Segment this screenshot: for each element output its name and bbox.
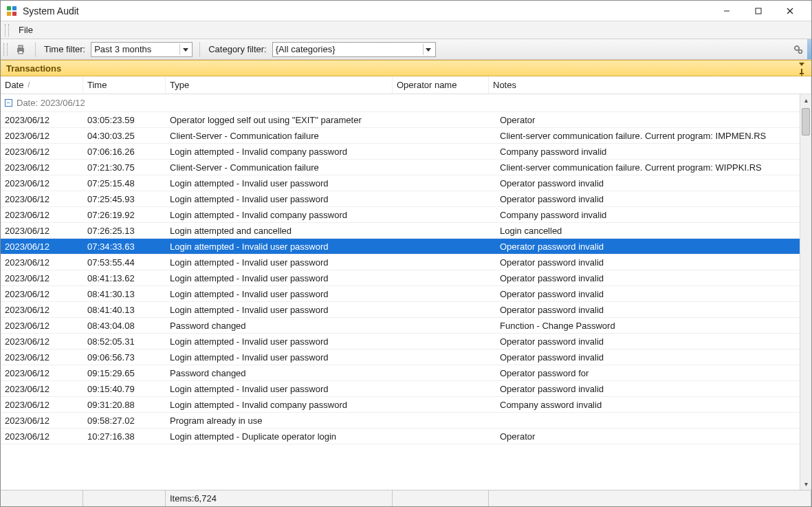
cell-time: 07:26:19.92: [83, 207, 166, 222]
collapse-icon[interactable]: −: [5, 99, 12, 107]
cell-type: Login attempted - Invalid user password: [166, 255, 393, 270]
table-row[interactable]: 2023/06/1207:25:15.48Login attempted - I…: [1, 175, 811, 191]
group-label: Date: 2023/06/12: [17, 98, 85, 108]
table-row[interactable]: 2023/06/1207:34:33.63Login attempted - I…: [1, 239, 811, 255]
scroll-up-icon[interactable]: ▴: [800, 94, 811, 106]
table-row[interactable]: 2023/06/1207:21:30.75Client-Server - Com…: [1, 160, 811, 175]
cell-date: 2023/06/12: [1, 112, 83, 127]
status-items: Items:6,724: [166, 490, 393, 506]
scroll-down-icon[interactable]: ▾: [800, 478, 811, 490]
app-window: System Audit File Time filter: Past 3 mo…: [0, 0, 812, 507]
panel-dropdown-icon[interactable]: [793, 60, 806, 68]
cell-op: [393, 286, 489, 301]
column-header-time[interactable]: Time: [83, 76, 166, 94]
cell-op: [393, 160, 489, 175]
time-filter-dropdown[interactable]: Past 3 months: [91, 42, 193, 57]
cell-notes: Operator password invalid: [489, 239, 811, 254]
cell-op: [393, 207, 489, 222]
category-filter-dropdown[interactable]: {All categories}: [272, 42, 436, 57]
table-row[interactable]: 2023/06/1209:06:56.73Login attempted - I…: [1, 349, 811, 365]
table-row[interactable]: 2023/06/1209:15:29.65Password changedOpe…: [1, 365, 811, 381]
cell-time: 07:06:16.26: [83, 144, 166, 159]
table-row[interactable]: 2023/06/1208:52:05.31Login attempted - I…: [1, 334, 811, 349]
cell-time: 07:25:45.93: [83, 191, 166, 206]
settings-button[interactable]: [791, 42, 806, 57]
cell-date: 2023/06/12: [1, 144, 83, 159]
print-button[interactable]: [13, 42, 28, 57]
cell-notes: Company assword invalid: [489, 397, 811, 412]
svg-rect-2: [7, 12, 11, 16]
cell-date: 2023/06/12: [1, 175, 83, 191]
table-row[interactable]: 2023/06/1209:58:27.02Program already in …: [1, 413, 811, 429]
cell-time: 07:53:55.44: [83, 255, 166, 270]
table-row[interactable]: 2023/06/1207:26:19.92Login attempted - I…: [1, 207, 811, 223]
column-header-date[interactable]: Date /: [1, 76, 83, 94]
minimize-button[interactable]: [711, 1, 743, 21]
cell-type: Login attempted - Invalid user password: [166, 175, 393, 191]
cell-notes: Operator: [489, 429, 811, 444]
cell-op: [393, 255, 489, 270]
svg-marker-11: [183, 48, 188, 52]
chevron-down-icon: [179, 44, 190, 55]
statusbar: Items:6,724: [1, 490, 811, 506]
svg-rect-10: [19, 51, 23, 54]
panel-pin-icon[interactable]: [793, 68, 806, 76]
table-row[interactable]: 2023/06/1207:25:45.93Login attempted - I…: [1, 191, 811, 207]
table-row[interactable]: 2023/06/1209:31:20.88Login attempted - I…: [1, 397, 811, 413]
vertical-scrollbar[interactable]: ▴ ▾: [800, 94, 811, 490]
toolbar-separator: [35, 42, 36, 57]
cell-time: 10:27:16.38: [83, 429, 166, 444]
cell-op: [393, 223, 489, 238]
scroll-thumb[interactable]: [802, 108, 810, 136]
table-row[interactable]: 2023/06/1208:43:04.08Password changedFun…: [1, 318, 811, 334]
cell-type: Operator logged self out using "EXIT" pa…: [166, 112, 393, 127]
chevron-down-icon: [423, 44, 434, 55]
svg-rect-5: [756, 8, 761, 14]
cell-notes: [489, 413, 811, 428]
table-row[interactable]: 2023/06/1207:53:55.44Login attempted - I…: [1, 255, 811, 270]
table-row[interactable]: 2023/06/1210:27:16.38Login attempted - D…: [1, 429, 811, 444]
cell-type: Login attempted - Invalid company passwo…: [166, 397, 393, 412]
time-filter-label: Time filter:: [43, 44, 87, 54]
cell-time: 07:26:25.13: [83, 223, 166, 238]
close-button[interactable]: [774, 1, 806, 21]
cell-time: 04:30:03.25: [83, 128, 166, 143]
cell-date: 2023/06/12: [1, 286, 83, 301]
cell-time: 09:31:20.88: [83, 397, 166, 412]
table-row[interactable]: 2023/06/1208:41:40.13Login attempted - I…: [1, 302, 811, 318]
cell-time: 03:05:23.59: [83, 112, 166, 127]
svg-rect-17: [800, 73, 804, 74]
status-cell: [489, 490, 811, 506]
svg-marker-15: [799, 63, 804, 66]
maximize-button[interactable]: [743, 1, 774, 21]
table-row[interactable]: 2023/06/1207:06:16.26Login attempted - I…: [1, 144, 811, 160]
cell-date: 2023/06/12: [1, 191, 83, 206]
column-header-type[interactable]: Type: [166, 76, 393, 94]
column-header-operator[interactable]: Operator name: [393, 76, 489, 94]
table-row[interactable]: 2023/06/1207:26:25.13Login attempted and…: [1, 223, 811, 239]
cell-type: Login attempted - Invalid user password: [166, 270, 393, 285]
cell-time: 08:52:05.31: [83, 334, 166, 349]
cell-date: 2023/06/12: [1, 270, 83, 285]
cell-date: 2023/06/12: [1, 349, 83, 365]
table-row[interactable]: 2023/06/1208:41:13.62Login attempted - I…: [1, 270, 811, 286]
cell-notes: Operator password invalid: [489, 270, 811, 285]
cell-notes: Operator password invalid: [489, 381, 811, 396]
group-row[interactable]: − Date: 2023/06/12: [1, 94, 811, 112]
table-row[interactable]: 2023/06/1203:05:23.59Operator logged sel…: [1, 112, 811, 128]
cell-notes: Operator password invalid: [489, 302, 811, 317]
column-header-notes[interactable]: Notes: [489, 76, 811, 94]
cell-date: 2023/06/12: [1, 239, 83, 254]
toolbar-separator: [199, 42, 200, 57]
toolbar-grip-icon: [3, 43, 8, 56]
table-row[interactable]: 2023/06/1208:41:30.13Login attempted - I…: [1, 286, 811, 302]
svg-rect-3: [12, 12, 17, 16]
table-row[interactable]: 2023/06/1204:30:03.25Client-Server - Com…: [1, 128, 811, 144]
cell-time: 08:41:30.13: [83, 286, 166, 301]
table-row[interactable]: 2023/06/1209:15:40.79Login attempted - I…: [1, 381, 811, 397]
cell-op: [393, 381, 489, 396]
cell-type: Client-Server - Communication failure: [166, 160, 393, 175]
cell-type: Login attempted - Invalid user password: [166, 381, 393, 396]
menu-file[interactable]: File: [13, 23, 39, 36]
cell-op: [393, 191, 489, 206]
